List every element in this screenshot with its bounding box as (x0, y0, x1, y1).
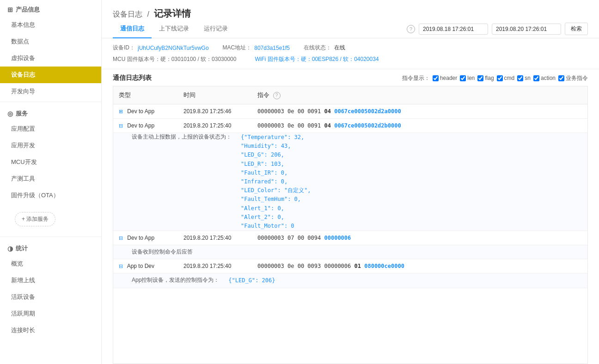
checkbox-action-text: action (541, 75, 556, 81)
breadcrumb-parent: 设备日志 (113, 10, 142, 18)
checkbox-header-label[interactable]: header (433, 75, 457, 81)
device-id-row: 设备ID： jUhUCufyB2NGNkTur5vwGo (113, 44, 209, 52)
row4-time: 2019.8.20 17:25:40 (178, 259, 252, 273)
checkbox-cmd[interactable] (497, 75, 503, 81)
sidebar-item-firmware[interactable]: 固件升级（OTA） (0, 187, 101, 204)
sidebar-item-active-period[interactable]: 活跃周期 (0, 305, 101, 322)
row1-expand-icon[interactable]: ⊞ (119, 109, 123, 114)
sidebar-section-statistics: ◑ 统计 (0, 239, 101, 255)
row1-time: 2019.8.20 17:25:46 (178, 104, 252, 119)
row2-cmd: 00000003 0e 00 0091 04 0067ce0005002d2b0… (252, 119, 587, 133)
row2-detail-desc: 设备主动上报数据，上报的设备状态为： (132, 133, 232, 231)
cmd-display-label: 指令显示： (402, 74, 430, 82)
sidebar-section-product-label: 产品信息 (16, 6, 40, 14)
row3-type: ⊟ Dev to App (113, 231, 178, 245)
wifi-row: WiFi 固件版本号：硬：00ESP826 / 软：04020034 (255, 55, 379, 63)
sidebar-section-product: ⊞ 产品信息 (0, 0, 101, 17)
wifi-label: WiFi 固件版本号：硬：00ESP826 / 软：04020034 (255, 55, 379, 63)
row2-detail-json: {"Temperature": 32, "Humidity": 43, "LED… (241, 133, 311, 231)
checkbox-flag[interactable] (477, 75, 483, 81)
row4-cmd: 00000003 0e 00 0093 00000006 01 080000ce… (252, 259, 587, 273)
mac-label: MAC地址： (223, 44, 252, 52)
page-header: 设备日志 / 记录详情 (102, 0, 599, 20)
checkbox-header-text: header (440, 75, 457, 81)
row2-expand-icon[interactable]: ⊟ (119, 123, 123, 128)
checkbox-cmd-label[interactable]: cmd (497, 75, 515, 81)
tab-comm-log[interactable]: 通信日志 (113, 20, 152, 38)
log-table: 类型 时间 指令 ? ⊞ Dev to App (113, 86, 587, 288)
row4-detail: App控制设备，发送的控制指令为： {"LED_G": 206} (113, 273, 587, 288)
checkbox-sn-label[interactable]: sn (517, 75, 531, 81)
sidebar-item-data-point[interactable]: 数据点 (0, 33, 101, 50)
sidebar-item-basic-info[interactable]: 基本信息 (0, 17, 101, 33)
mac-value: 807d3a15e1f5 (254, 45, 290, 51)
row3-expand-icon[interactable]: ⊟ (119, 235, 123, 241)
tab-controls: ? 检索 (407, 23, 588, 35)
add-service-button[interactable]: + 添加服务 (15, 212, 55, 226)
checkbox-business-text: 业务指令 (566, 74, 588, 82)
sidebar-item-new-online[interactable]: 新增上线 (0, 272, 101, 289)
help-icon[interactable]: ? (407, 25, 415, 33)
checkbox-flag-text: flag (485, 75, 494, 81)
sidebar-item-app-config[interactable]: 应用配置 (0, 121, 101, 137)
checkbox-flag-label[interactable]: flag (477, 75, 494, 81)
checkbox-action[interactable] (533, 75, 539, 81)
checkbox-business[interactable] (558, 75, 564, 81)
online-value: 在线 (334, 44, 345, 52)
checkbox-action-label[interactable]: action (533, 75, 556, 81)
sidebar-item-mcu-dev[interactable]: MCU开发 (0, 154, 101, 170)
breadcrumb: 设备日志 / 记录详情 (113, 7, 588, 20)
row2-time: 2019.8.20 17:25:40 (178, 119, 252, 133)
row1-cmd: 00000003 0e 00 0091 04 0067ce0005002d2a0… (252, 104, 587, 119)
sidebar: ⊞ 产品信息 基本信息 数据点 虚拟设备 设备日志 开发向导 ◎ 服务 应用配置… (0, 0, 102, 364)
mac-row: MAC地址： 807d3a15e1f5 (223, 44, 290, 52)
sidebar-item-app-dev[interactable]: 应用开发 (0, 137, 101, 154)
checkbox-header[interactable] (433, 75, 439, 81)
main-content: 设备日志 / 记录详情 通信日志 上下线记录 运行记录 ? 检索 设备ID： j… (102, 0, 599, 364)
table-row: ⊟ Dev to App 2019.8.20 17:25:40 00000003… (113, 231, 587, 245)
checkbox-business-label[interactable]: 业务指令 (558, 74, 588, 82)
cmd-display-controls: 指令显示： header len flag cmd (402, 74, 588, 82)
sidebar-item-test-tool[interactable]: 产测工具 (0, 170, 101, 187)
sidebar-item-connection-time[interactable]: 连接时长 (0, 322, 101, 339)
tabs-bar: 通信日志 上下线记录 运行记录 ? 检索 (102, 20, 599, 38)
search-button[interactable]: 检索 (565, 23, 588, 35)
checkbox-cmd-text: cmd (504, 75, 515, 81)
service-icon: ◎ (7, 110, 13, 117)
checkbox-len[interactable] (460, 75, 466, 81)
row4-expand-icon[interactable]: ⊟ (119, 263, 123, 269)
sidebar-item-dev-guide[interactable]: 开发向导 (0, 83, 101, 100)
table-row: ⊟ App to Dev 2019.8.20 17:25:40 00000003… (113, 259, 587, 273)
log-table-wrapper: 类型 时间 指令 ? ⊞ Dev to App (113, 86, 588, 364)
page-title: 记录详情 (154, 8, 191, 18)
table-row: ⊞ Dev to App 2019.8.20 17:25:46 00000003… (113, 104, 587, 119)
sidebar-item-overview[interactable]: 概览 (0, 255, 101, 272)
log-section: 通信日志列表 指令显示： header len flag cmd (102, 69, 599, 364)
row3-detail: 设备收到控制命令后应答 (113, 245, 587, 259)
date-start-input[interactable] (419, 24, 488, 35)
sidebar-item-active-device[interactable]: 活跃设备 (0, 289, 101, 305)
mcu-row: MCU 固件版本号：硬：03010100 / 软：03030000 (113, 55, 236, 63)
sidebar-section-service-label: 服务 (16, 109, 28, 118)
sidebar-item-virtual-device[interactable]: 虚拟设备 (0, 50, 101, 67)
statistics-icon: ◑ (7, 245, 13, 252)
sidebar-section-service: ◎ 服务 (0, 104, 101, 121)
row2-type: ⊟ Dev to App (113, 119, 178, 133)
sidebar-item-device-log[interactable]: 设备日志 (0, 67, 101, 83)
mcu-label: MCU 固件版本号：硬：03010100 / 软：03030000 (113, 55, 236, 63)
checkbox-len-text: len (467, 75, 475, 81)
online-label: 在线状态： (304, 44, 331, 52)
cmd-help-icon[interactable]: ? (273, 92, 281, 99)
row3-detail-desc: 设备收到控制命令后应答 (132, 249, 193, 255)
device-id-value: jUhUCufyB2NGNkTur5vwGo (138, 45, 209, 51)
checkbox-len-label[interactable]: len (460, 75, 475, 81)
tab-run-log[interactable]: 运行记录 (196, 20, 235, 38)
row2-detail: 设备主动上报数据，上报的设备状态为： {"Temperature": 32, "… (113, 133, 587, 231)
checkbox-sn[interactable] (517, 75, 523, 81)
table-row: ⊟ Dev to App 2019.8.20 17:25:40 00000003… (113, 119, 587, 133)
table-header-row: 类型 时间 指令 ? (113, 86, 587, 104)
log-toolbar: 通信日志列表 指令显示： header len flag cmd (113, 69, 588, 86)
tab-online-log[interactable]: 上下线记录 (152, 20, 196, 38)
device-id-label: 设备ID： (113, 44, 135, 52)
date-end-input[interactable] (492, 24, 561, 35)
